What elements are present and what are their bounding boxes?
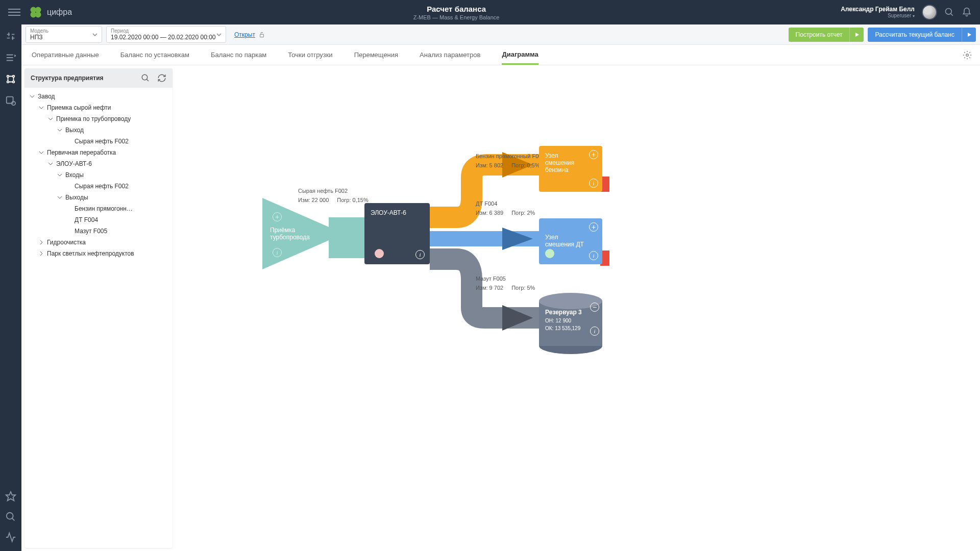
svg-line-5 xyxy=(951,14,953,16)
svg-point-3 xyxy=(35,12,41,18)
clover-icon xyxy=(29,5,43,19)
bell-icon[interactable] xyxy=(962,7,972,17)
page-subtitle: Z-MEB — Mass & Energy Balance xyxy=(72,14,841,20)
svg-point-4 xyxy=(946,9,952,15)
hamburger-icon[interactable] xyxy=(8,6,20,18)
user-info[interactable]: Александр Грейам Белл Superuser ▾ xyxy=(841,6,915,19)
brand-text: цифра xyxy=(47,8,72,17)
user-role: Superuser ▾ xyxy=(841,13,915,19)
app-header: цифра Расчет баланса Z-MEB — Mass & Ener… xyxy=(0,0,980,24)
user-name: Александр Грейам Белл xyxy=(841,6,915,13)
search-icon[interactable] xyxy=(944,7,954,17)
page-title: Расчет баланса xyxy=(72,5,841,13)
avatar[interactable] xyxy=(922,5,937,20)
brand-logo[interactable]: цифра xyxy=(29,5,72,19)
